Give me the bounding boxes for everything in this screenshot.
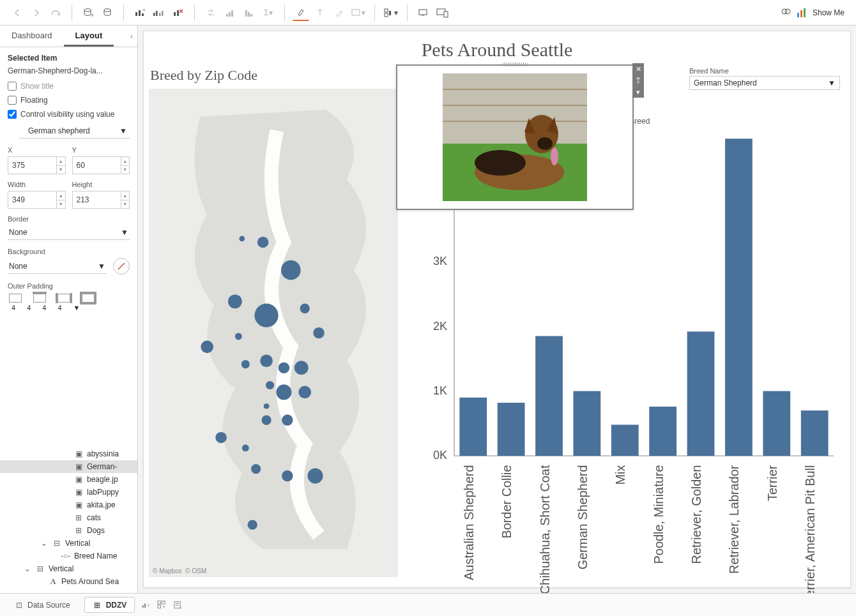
dashboard-title: Pets Around Seattle — [144, 31, 850, 63]
annotate-button[interactable] — [331, 4, 348, 21]
tree-item[interactable]: ▣akita.jpe — [0, 499, 137, 511]
tree-item[interactable]: ▣abyssinia — [0, 447, 137, 460]
svg-point-48 — [281, 260, 301, 280]
sort-asc-button[interactable] — [222, 4, 238, 21]
svg-text:+: + — [148, 603, 151, 608]
svg-rect-7 — [153, 13, 155, 16]
swap-button[interactable] — [203, 4, 219, 21]
tree-item[interactable]: ▣beagle.jp — [0, 473, 137, 486]
highlight-button[interactable] — [293, 4, 309, 21]
more-icon[interactable]: ▾ — [632, 86, 644, 98]
width-input[interactable]: ▲▼ — [8, 191, 66, 209]
show-title-checkbox[interactable] — [8, 82, 17, 91]
chevron-down-icon: ▼ — [98, 262, 105, 271]
background-select[interactable]: None▼ — [8, 259, 107, 274]
chevron-down-icon[interactable]: ▼ — [73, 304, 80, 312]
forward-button[interactable] — [28, 4, 45, 21]
new-worksheet-tab[interactable]: + — [141, 600, 151, 610]
svg-line-31 — [118, 263, 125, 269]
pad-all-icon[interactable] — [82, 294, 95, 303]
tab-dashboard[interactable]: Dashboard — [0, 26, 64, 47]
padding-icons[interactable] — [9, 294, 130, 303]
tree-item-selected[interactable]: ▣German- — [0, 460, 137, 473]
fit-button[interactable]: ▾ — [350, 4, 367, 21]
tree-item[interactable]: ▣labPuppy — [0, 486, 137, 499]
border-label: Border — [8, 215, 130, 223]
svg-point-44 — [475, 150, 526, 176]
background-color-picker[interactable] — [113, 258, 130, 274]
refresh-data-button[interactable] — [99, 4, 116, 21]
tree-item[interactable]: ⌄⊟Vertical — [0, 562, 137, 575]
image-icon: ▣ — [74, 462, 83, 471]
tree-item[interactable]: -○-Breed Name — [0, 550, 137, 562]
undo-redo-button[interactable] — [47, 4, 64, 21]
floating-label: Floating — [20, 96, 48, 105]
new-dashboard-tab[interactable]: + — [157, 600, 167, 610]
device-preview-button[interactable] — [434, 4, 451, 21]
duplicate-sheet-button[interactable] — [151, 4, 167, 21]
control-visibility-checkbox[interactable] — [8, 110, 17, 119]
svg-rect-3 — [135, 12, 137, 16]
svg-text:+: + — [142, 7, 146, 13]
svg-text:1K: 1K — [433, 384, 447, 397]
svg-rect-30 — [804, 8, 806, 17]
text-label-button[interactable]: T — [312, 4, 328, 21]
tree-item[interactable]: ⊞cats — [0, 511, 137, 524]
svg-point-55 — [241, 360, 250, 368]
tree-item[interactable]: ⊞Dogs — [0, 524, 137, 537]
svg-rect-5 — [142, 13, 144, 16]
dashboard-canvas[interactable]: Pets Around Seattle ✕ ▾ — [143, 31, 851, 588]
tab-layout[interactable]: Layout — [64, 26, 114, 47]
svg-rect-96 — [763, 391, 790, 456]
svg-rect-23 — [419, 10, 427, 15]
svg-text:Terrier, American Pit Bull: Terrier, American Pit Bull — [803, 465, 817, 593]
new-data-button[interactable]: + — [80, 4, 96, 21]
clear-sheet-button[interactable] — [170, 4, 187, 21]
new-story-tab[interactable]: + — [173, 600, 183, 610]
floating-image-object[interactable]: ✕ ▾ — [396, 64, 634, 210]
data-source-tab[interactable]: ⊡Data Source — [6, 597, 78, 612]
svg-point-56 — [260, 354, 273, 367]
svg-point-57 — [279, 362, 289, 373]
pad-sides-icon[interactable] — [57, 294, 70, 303]
border-select[interactable]: None▼ — [8, 225, 130, 240]
show-title-label: Show title — [20, 82, 54, 91]
svg-rect-84 — [535, 336, 563, 456]
show-cards-button[interactable]: ▾ — [383, 4, 399, 21]
svg-point-52 — [313, 327, 324, 338]
pin-icon[interactable] — [632, 75, 644, 86]
close-icon[interactable]: ✕ — [632, 63, 644, 75]
visibility-param-select[interactable]: German shepherd ▼ — [19, 124, 130, 139]
padding-values: 4 4 4 4 ▼ — [8, 304, 130, 312]
collapse-panel-button[interactable]: ‹ — [126, 26, 137, 47]
tree-item[interactable]: APets Around Sea — [0, 575, 137, 588]
breed-filter-select[interactable]: German Shepherd ▼ — [689, 76, 840, 90]
pad-top-icon[interactable] — [33, 294, 46, 303]
back-button[interactable] — [9, 4, 26, 21]
new-worksheet-button[interactable]: + — [132, 4, 148, 21]
svg-text:3K: 3K — [433, 255, 447, 267]
svg-point-68 — [282, 470, 293, 481]
outer-padding-label: Outer Padding — [8, 282, 130, 290]
map-viz[interactable]: © Mapbox © OSM — [149, 89, 398, 577]
pad-left-icon[interactable] — [9, 294, 22, 303]
x-input[interactable]: ▲▼ — [8, 156, 66, 174]
y-input[interactable]: ▲▼ — [72, 156, 130, 174]
presentation-button[interactable] — [415, 4, 432, 21]
totals-button[interactable]: Σ▾ — [260, 4, 277, 21]
show-me-button[interactable]: Show Me — [774, 7, 851, 19]
sort-desc-button[interactable] — [241, 4, 257, 21]
drag-grip-icon[interactable] — [502, 63, 528, 66]
height-input[interactable]: ▲▼ — [72, 191, 130, 209]
y-label: Y — [72, 146, 130, 154]
svg-text:Poodle, Miniature: Poodle, Miniature — [652, 465, 666, 564]
floating-checkbox[interactable] — [8, 96, 17, 105]
svg-point-70 — [248, 520, 257, 529]
tree-item[interactable]: ⌄⊟Vertical — [0, 537, 137, 550]
svg-point-0 — [84, 8, 91, 11]
svg-rect-21 — [385, 13, 388, 17]
svg-rect-4 — [139, 10, 141, 16]
svg-point-43 — [551, 147, 558, 165]
breed-filter: Breed Name German Shepherd ▼ — [689, 67, 840, 90]
sheet-tab-active[interactable]: ⊞DDZV — [84, 597, 135, 613]
